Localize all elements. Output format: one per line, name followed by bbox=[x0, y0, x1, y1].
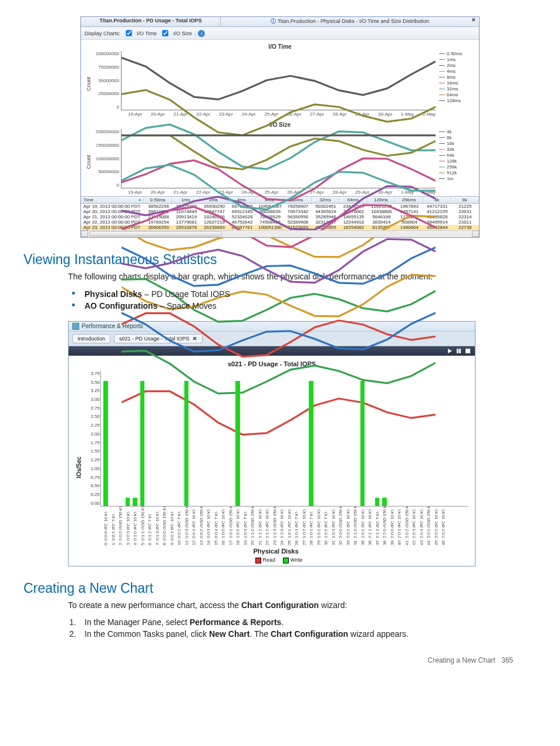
legend-entry: 32ms bbox=[439, 86, 474, 92]
section-heading-new-chart: Creating a New Chart bbox=[23, 580, 537, 596]
section2-steps: In the Manager Pane, select Performance … bbox=[85, 617, 537, 639]
legend-entry: 64ms bbox=[439, 92, 474, 97]
bar bbox=[235, 381, 240, 506]
chart1-legend: 0.50ms1ms2ms4ms8ms16ms32ms64ms128ms bbox=[436, 51, 474, 117]
legend-swatch-write bbox=[283, 558, 289, 563]
legend-entry: 8ms bbox=[439, 75, 474, 80]
page-footer: Creating a New Chart 365 bbox=[23, 656, 513, 664]
pane-title-left: Titan.Production - PD Usage - Total IOPS bbox=[81, 17, 221, 26]
bullet-item: Physical Disks – PD Usage Total IOPS bbox=[85, 289, 537, 299]
bar bbox=[309, 381, 313, 506]
pause-icon[interactable] bbox=[457, 349, 461, 353]
bullet-item: AO Configurations – Space Moves bbox=[85, 301, 537, 310]
bar bbox=[103, 381, 108, 506]
iosize-checkbox-label: I/O Size bbox=[173, 31, 192, 36]
bar-chart-plot: 3.753.503.253.002.752.502.252.001.751.50… bbox=[100, 371, 468, 507]
legend-entry: 4k bbox=[439, 129, 474, 134]
legend-swatch-read bbox=[255, 558, 261, 563]
horizontal-scrollbar[interactable] bbox=[81, 230, 479, 237]
pane-title-right: ⓘ Titan.Production - Physical Disks - I/… bbox=[221, 17, 479, 26]
bar bbox=[133, 498, 137, 506]
bar bbox=[140, 381, 145, 506]
legend-entry: 16k bbox=[439, 141, 474, 146]
info-icon: ⓘ bbox=[271, 18, 276, 24]
legend-entry: 1m bbox=[439, 176, 474, 181]
col-header[interactable]: Time▲ bbox=[81, 197, 144, 203]
legend-entry: 128k bbox=[439, 158, 474, 164]
bar-chart-ylabel: IOs/Sec bbox=[76, 371, 84, 563]
chart2-legend: 4k8k16k32k64k128k256k512k1m bbox=[436, 129, 474, 195]
chart2-ylabel: Count bbox=[86, 129, 93, 195]
legend-entry: 8k bbox=[439, 135, 474, 140]
display-charts-toolbar: Display Charts: I/O Time I/O Size | i bbox=[81, 27, 479, 40]
display-charts-label: Display Charts: bbox=[85, 31, 120, 36]
sort-asc-icon: ▲ bbox=[137, 197, 141, 201]
col-header[interactable]: 8k bbox=[451, 197, 479, 203]
bar bbox=[360, 381, 365, 506]
iosize-checkbox[interactable] bbox=[162, 30, 168, 36]
iotime-checkbox-label: I/O Time bbox=[137, 31, 157, 36]
bar-chart-legend: Read Write bbox=[84, 557, 468, 563]
bar bbox=[126, 498, 130, 506]
chart2-plot: 200000000150000000100000000500000000 bbox=[121, 129, 436, 188]
iotime-checkbox[interactable] bbox=[126, 30, 131, 36]
window-icon bbox=[72, 323, 79, 330]
legend-entry: 32k bbox=[439, 147, 474, 152]
timeseries-app-screenshot: Titan.Production - PD Usage - Total IOPS… bbox=[80, 16, 480, 238]
step-item: In the Common Tasks panel, click New Cha… bbox=[85, 629, 537, 639]
bar bbox=[382, 498, 387, 506]
legend-entry: 0.50ms bbox=[439, 51, 474, 56]
info-icon[interactable]: i bbox=[198, 30, 205, 37]
legend-entry: 256k bbox=[439, 164, 474, 170]
legend-entry: 1ms bbox=[439, 57, 474, 62]
tab[interactable]: Introduction bbox=[72, 334, 110, 343]
section2-intro: To create a new performance chart, acces… bbox=[68, 600, 537, 611]
legend-entry: 2ms bbox=[439, 63, 474, 68]
legend-entry: 64k bbox=[439, 153, 474, 158]
chart1-plot: 1000000007500000050000000250000000 bbox=[121, 51, 436, 110]
step-item: In the Manager Pane, select Performance … bbox=[85, 617, 537, 627]
legend-entry: 512k bbox=[439, 170, 474, 175]
legend-entry: 4ms bbox=[439, 69, 474, 74]
legend-entry: 16ms bbox=[439, 80, 474, 86]
bar-chart-xticks: 0: 0:0:0 (FC 10 K)1: 0:0:1 (FC 7 K)2: 0:… bbox=[100, 507, 468, 545]
close-icon[interactable]: ✕ bbox=[471, 17, 476, 23]
chart1-ylabel: Count bbox=[86, 51, 93, 117]
bar bbox=[184, 381, 189, 506]
bar-chart-xlabel: Physical Disks bbox=[84, 548, 468, 555]
chart1-title: I/O Time bbox=[86, 43, 474, 50]
legend-entry: 128ms bbox=[439, 98, 474, 103]
play-icon[interactable] bbox=[448, 349, 452, 353]
stop-icon[interactable] bbox=[465, 349, 470, 353]
bar bbox=[375, 498, 380, 506]
